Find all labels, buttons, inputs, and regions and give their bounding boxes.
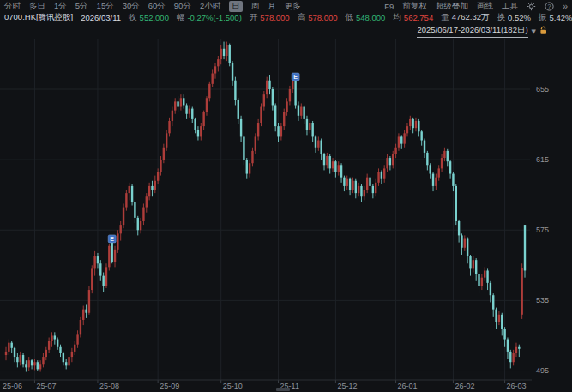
stock-symbol[interactable]: 0700.HK[腾讯控股]	[4, 12, 73, 23]
date-range-selector[interactable]: 2025/06/17-2026/03/11(182日) ▼	[417, 25, 548, 38]
candle-body	[255, 136, 256, 150]
candle-body	[429, 165, 431, 173]
candle-body	[28, 360, 30, 367]
period-tab-60分[interactable]: 60分	[148, 1, 166, 12]
x-axis-label: 25-07	[36, 382, 56, 390]
candle-body	[294, 79, 296, 106]
help-icon[interactable]: ?	[545, 2, 554, 11]
candle-body	[185, 105, 187, 113]
date-range-label[interactable]: 2025/06/17-2026/03/11(182日)	[417, 25, 527, 38]
candle-body	[191, 109, 193, 119]
candle-body	[484, 270, 485, 277]
period-tab-更多[interactable]: 更多	[285, 1, 301, 12]
scrollbar-thumb[interactable]	[276, 388, 290, 391]
period-tab-15分[interactable]: 15分	[97, 1, 114, 12]
candle-body	[441, 158, 443, 168]
candle-body	[300, 107, 302, 116]
candle-body	[334, 161, 336, 172]
lock-icon[interactable]	[539, 26, 548, 37]
candle-body	[521, 268, 522, 314]
candle-body	[63, 353, 64, 362]
candle-body	[246, 160, 248, 173]
x-axis-label: 25-06	[3, 382, 22, 390]
quote-field-value: 578.000	[260, 13, 289, 22]
period-tab-多日[interactable]: 多日	[29, 1, 45, 12]
candle-body	[117, 233, 118, 249]
period-tab-月[interactable]: 月	[268, 1, 276, 12]
candle-body	[120, 225, 122, 233]
candle-body	[208, 84, 210, 98]
chevron-down-icon[interactable]: ▼	[532, 28, 536, 35]
y-axis-label: 535	[536, 296, 549, 305]
candle-body	[234, 81, 236, 100]
period-tab-90分[interactable]: 90分	[174, 1, 191, 12]
candle-body	[358, 186, 359, 193]
toolbar-item-F9[interactable]: F9	[384, 2, 394, 11]
candle-body	[180, 98, 182, 106]
candle-body	[238, 100, 239, 119]
candle-body	[37, 362, 39, 369]
candle-body	[202, 112, 204, 126]
candle-body	[42, 357, 44, 364]
candle-body	[148, 186, 150, 196]
candle-body	[260, 107, 262, 123]
candle-body	[461, 235, 462, 247]
candle-body	[498, 315, 500, 322]
toolbar-item-超级叠加[interactable]: 超级叠加	[436, 1, 468, 12]
period-tab-30分[interactable]: 30分	[123, 1, 140, 12]
candle-body	[343, 178, 345, 186]
x-axis-label: 25-09	[160, 382, 179, 390]
candle-body	[48, 341, 50, 350]
candle-body	[266, 81, 268, 94]
candle-body	[289, 89, 291, 101]
toolbar-item-画线[interactable]: 画线	[477, 1, 493, 12]
period-tab-1分[interactable]: 1分	[54, 1, 67, 12]
candle-body	[45, 350, 47, 357]
candle-body	[372, 186, 374, 193]
quote-field-value: 0.52%	[508, 13, 531, 22]
candle-body	[473, 260, 474, 268]
y-axis-label: 575	[536, 226, 549, 234]
quote-field: 幅-0.27%(-1.500)	[177, 12, 242, 23]
candle-body	[524, 225, 526, 270]
candle-body	[240, 119, 242, 137]
period-tab-分时[interactable]: 分时	[4, 1, 21, 12]
candle-body	[39, 364, 41, 369]
candlestick-chart[interactable]: 65561557553549525-0625-0725-0825-0925-10…	[0, 0, 572, 392]
period-tab-日[interactable]: 日	[229, 1, 243, 12]
toolbar-item-工具[interactable]: 工具	[502, 1, 518, 12]
candle-body	[8, 343, 9, 352]
expand-panel-icon[interactable]: »	[563, 2, 568, 10]
candle-body	[108, 246, 110, 268]
gear-icon[interactable]	[527, 2, 536, 11]
candle-body	[467, 239, 468, 257]
candle-body	[211, 74, 213, 84]
period-tab-5分[interactable]: 5分	[75, 1, 88, 12]
candle-body	[134, 202, 135, 217]
candle-body	[59, 347, 61, 353]
candle-body	[398, 136, 400, 147]
candle-body	[151, 186, 153, 190]
candle-body	[412, 119, 413, 128]
candle-body	[80, 320, 81, 334]
quote-field: 量4762.32万	[441, 12, 489, 23]
candle-body	[381, 172, 382, 178]
candle-body	[392, 154, 394, 165]
candle-body	[455, 186, 457, 221]
candle-body	[268, 81, 270, 89]
period-tab-2小时[interactable]: 2小时	[200, 1, 220, 12]
candle-body	[157, 172, 159, 180]
toolbar-item-前复权[interactable]: 前复权	[402, 1, 427, 12]
candle-body	[349, 179, 351, 190]
candle-body	[512, 353, 514, 362]
quote-field: 开578.000	[250, 12, 290, 23]
period-tab-周[interactable]: 周	[251, 1, 260, 12]
candle-body	[435, 178, 437, 186]
candle-body	[226, 45, 227, 56]
candle-body	[257, 123, 259, 136]
candle-body	[280, 126, 282, 136]
candle-body	[443, 151, 445, 158]
x-axis-label: 26-01	[398, 382, 418, 390]
candle-body	[418, 121, 419, 131]
candle-body	[172, 111, 173, 121]
